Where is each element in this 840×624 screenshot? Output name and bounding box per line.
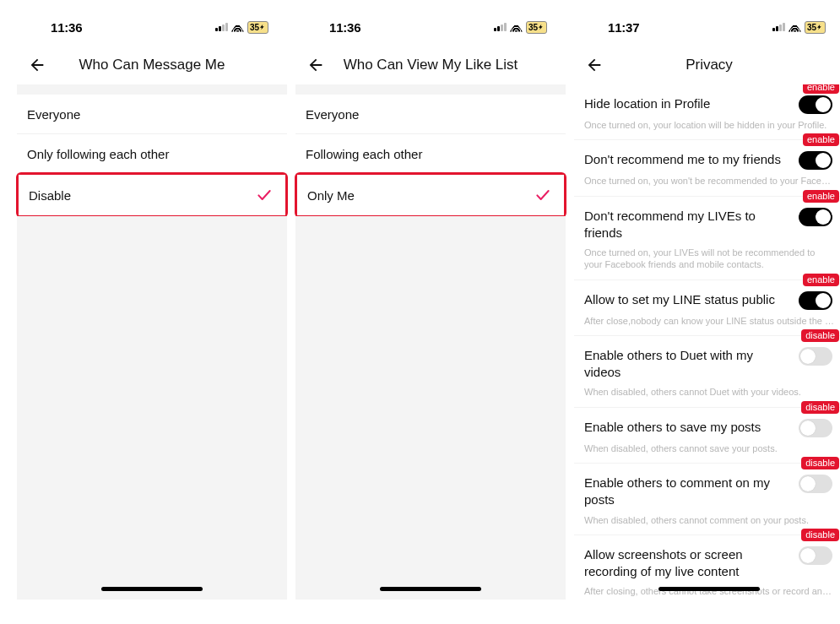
page-title: Privacy [686,57,733,73]
privacy-row: Enable others to Duet with my videos [574,336,840,385]
privacy-item: enableDon't recommend my LIVEs to friend… [574,197,840,280]
back-arrow-icon[interactable] [27,55,47,75]
option-label: Only Me [307,188,355,203]
section-divider [17,84,287,95]
highlighted-selection: Disable [16,172,288,218]
option-label: Disable [29,188,71,203]
page-title: Who Can View My Like List [344,57,518,73]
statusbar-time: 11:36 [329,20,360,35]
header: Privacy [574,46,840,84]
header: Who Can View My Like List [295,46,566,84]
option-everyone[interactable]: Everyone [295,95,566,134]
home-indicator[interactable] [658,587,760,591]
phone-likelist-settings: 11:36 35 Who Can View My Like List Every… [295,8,566,600]
header: Who Can Message Me [17,46,287,84]
option-label: Following each other [306,147,422,161]
battery-indicator: 35 [247,21,268,34]
section-divider [295,84,566,95]
checkmark-icon [255,186,274,204]
privacy-label: Enable others to Duet with my videos [584,347,783,382]
option-only-me[interactable]: Only Me [297,175,564,215]
toggle-knob [816,293,831,308]
privacy-description: When disabled, others cannot comment on … [574,513,840,535]
privacy-label: Enable others to save my posts [584,419,761,436]
privacy-description: When disabled, others cannot save your p… [574,441,840,464]
statusbar: 11:36 35 [17,8,287,46]
back-arrow-icon[interactable] [306,55,326,75]
privacy-row: Hide location in Profile [574,84,840,117]
privacy-row: Allow screenshots or screen recording of… [574,535,840,584]
statusbar: 11:37 35 [574,8,840,46]
toggle-knob [800,349,816,364]
toggle-switch[interactable] [799,475,832,493]
toggle-switch[interactable] [799,419,832,437]
privacy-row: Enable others to save my posts [574,408,840,441]
privacy-list[interactable]: enableHide location in ProfileOnce turne… [574,84,840,600]
privacy-item: disableEnable others to Duet with my vid… [574,336,840,408]
option-following-each-other[interactable]: Following each other [295,134,566,174]
signal-icon [494,23,507,31]
highlighted-selection: Only Me [295,172,566,218]
option-label: Everyone [27,107,80,122]
toggle-knob [816,97,831,112]
home-indicator[interactable] [101,587,203,591]
privacy-description: Once turned on, your location will be hi… [574,117,840,140]
statusbar-time: 11:37 [608,20,639,35]
home-indicator[interactable] [380,587,481,591]
privacy-label: Allow to set my LINE status public [584,291,775,308]
privacy-description: After close,nobody can know your LINE st… [574,313,840,336]
option-following-each-other[interactable]: Only following each other [17,134,287,174]
privacy-item: enableDon't recommend me to my friendsOn… [574,140,840,196]
empty-area [295,216,566,600]
toggle-knob [800,421,816,436]
privacy-row: Allow to set my LINE status public [574,280,840,313]
page-title: Who Can Message Me [79,57,225,73]
privacy-label: Allow screenshots or screen recording of… [584,546,783,581]
privacy-description: Once turned on, your LIVEs will not be r… [574,245,840,280]
wifi-icon [789,23,801,32]
privacy-item: disableEnable others to comment on my po… [574,464,840,535]
toggle-switch[interactable] [799,151,832,170]
statusbar: 11:36 35 [295,8,566,46]
battery-indicator: 35 [805,21,826,34]
toggle-switch[interactable] [799,208,832,226]
privacy-label: Hide location in Profile [584,95,710,112]
toggle-switch[interactable] [799,291,832,310]
toggle-knob [816,209,831,225]
option-label: Everyone [306,107,359,122]
privacy-item: disableEnable others to save my postsWhe… [574,408,840,464]
privacy-row: Don't recommend my LIVEs to friends [574,197,840,246]
option-everyone[interactable]: Everyone [17,95,287,134]
battery-indicator: 35 [526,21,547,34]
back-arrow-icon[interactable] [584,55,604,75]
toggle-knob [816,153,831,168]
privacy-label: Don't recommend my LIVEs to friends [584,208,783,242]
privacy-row: Don't recommend me to my friends [574,140,840,173]
signal-icon [215,23,228,31]
option-label: Only following each other [27,147,169,161]
toggle-switch[interactable] [799,347,832,366]
privacy-row: Enable others to comment on my posts [574,464,840,513]
toggle-switch[interactable] [799,95,832,114]
privacy-label: Enable others to comment on my posts [584,475,783,509]
toggle-switch[interactable] [799,546,832,565]
phone-message-settings: 11:36 35 Who Can Message Me Everyone [17,8,287,600]
toggle-knob [800,476,816,491]
privacy-description: When disabled, others cannot Duet with y… [574,384,840,407]
signal-icon [772,23,785,31]
privacy-label: Don't recommend me to my friends [584,151,781,168]
wifi-icon [231,23,244,32]
wifi-icon [510,23,523,32]
phone-privacy-settings: 11:37 35 Privacy enableHide location in … [574,8,840,600]
checkmark-icon [534,186,552,204]
statusbar-time: 11:36 [51,20,82,35]
empty-area [17,216,287,600]
privacy-item: enableAllow to set my LINE status public… [574,280,840,336]
privacy-description: Once turned on, you won't be recommended… [574,173,840,196]
toggle-knob [800,548,816,563]
option-disable[interactable]: Disable [19,175,285,215]
privacy-item: enableHide location in ProfileOnce turne… [574,84,840,140]
